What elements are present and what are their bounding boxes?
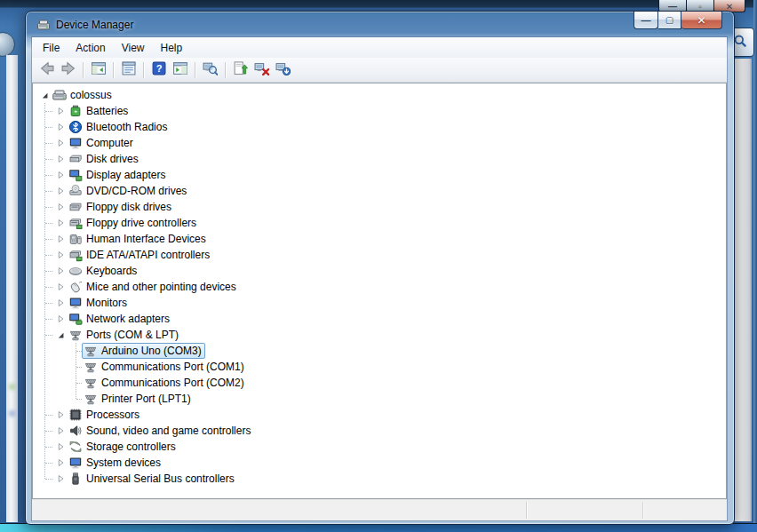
expand-expander-icon[interactable] (54, 265, 67, 277)
show-action-pane-button[interactable] (170, 60, 190, 80)
tree-item-content[interactable]: Mice and other pointing devices (67, 279, 240, 295)
tree-item-universal-serial-bus-controllers[interactable]: Universal Serial Bus controllers (33, 471, 726, 487)
expand-expander-icon[interactable] (54, 137, 67, 149)
tree-item-content[interactable]: System devices (67, 455, 164, 471)
collapse-expander-icon[interactable] (54, 329, 67, 341)
tree-item-keyboards[interactable]: Keyboards (33, 263, 726, 279)
tree-item-content[interactable]: Keyboards (67, 263, 140, 279)
floppy-drive-icon (68, 200, 83, 214)
tree-item-display-adapters[interactable]: Display adapters (33, 167, 726, 183)
tree-item-content[interactable]: Floppy disk drives (67, 199, 175, 215)
expand-expander-icon[interactable] (54, 105, 67, 117)
scan-for-hardware-changes-button[interactable] (200, 60, 220, 80)
tree-item-storage-controllers[interactable]: Storage controllers (33, 439, 726, 455)
expand-expander-icon[interactable] (54, 217, 67, 229)
toolbar-separator (195, 62, 195, 78)
expand-expander-icon[interactable] (54, 297, 67, 309)
tree-item-content[interactable]: Universal Serial Bus controllers (67, 471, 238, 487)
tree-item-printer-port-lpt1[interactable]: Printer Port (LPT1) (33, 391, 726, 407)
tree-item-floppy-drive-controllers[interactable]: Floppy drive controllers (33, 215, 726, 231)
tree-item-mice-and-other-pointing-devices[interactable]: Mice and other pointing devices (33, 279, 726, 295)
minimize-button[interactable]: — (633, 12, 658, 29)
tree-item-content[interactable]: Communications Port (COM1) (82, 359, 248, 375)
tree-item-computer[interactable]: Computer (33, 135, 726, 151)
menu-item-file[interactable]: File (35, 37, 68, 58)
expand-expander-icon[interactable] (54, 472, 67, 485)
tree-item-content[interactable]: Disk drives (67, 151, 142, 167)
show-console-tree-button[interactable] (88, 60, 108, 80)
tree-item-processors[interactable]: Processors (33, 407, 726, 423)
expand-expander-icon[interactable] (54, 457, 67, 469)
collapse-expander-icon[interactable] (38, 89, 51, 101)
tree-item-batteries[interactable]: Batteries (33, 103, 726, 119)
expand-expander-icon[interactable] (54, 313, 67, 325)
tree-item-content[interactable]: Network adapters (67, 311, 173, 327)
tree-item-communications-port-com2[interactable]: Communications Port (COM2) (33, 375, 726, 391)
ide-controller-icon (68, 248, 83, 262)
expand-expander-icon[interactable] (54, 281, 67, 293)
tree-item-ports-com-lpt[interactable]: Ports (COM & LPT) (33, 327, 726, 343)
tree-item-ide-ata-atapi-controllers[interactable]: IDE ATA/ATAPI controllers (33, 247, 726, 263)
menu-item-action[interactable]: Action (68, 37, 113, 58)
tree-item-sound-video-and-game-controllers[interactable]: Sound, video and game controllers (33, 423, 726, 439)
device-manager-window: Device Manager —▢✕ FileActionViewHelp ? … (25, 11, 735, 525)
tree-item-content[interactable]: Computer (67, 135, 137, 151)
tree-item-content[interactable]: Sound, video and game controllers (67, 423, 254, 439)
expand-expander-icon[interactable] (54, 425, 67, 437)
menu-item-view[interactable]: View (114, 37, 153, 58)
tree-item-content[interactable]: Arduino Uno (COM3) (82, 343, 205, 359)
desktop: —▫✕ Device Manager —▢✕ FileActionViewHel… (0, 0, 757, 532)
tree-item-content[interactable]: Storage controllers (67, 439, 179, 455)
menu-item-help[interactable]: Help (153, 37, 191, 58)
tree-item-bluetooth-radios[interactable]: Bluetooth Radios (33, 119, 726, 135)
tree-item-label: Network adapters (86, 312, 170, 326)
device-tree-panel: colossusBatteriesBluetooth RadiosCompute… (32, 83, 727, 499)
forward-button[interactable] (58, 60, 78, 80)
tree-item-floppy-disk-drives[interactable]: Floppy disk drives (33, 199, 726, 215)
tree-item-content[interactable]: Bluetooth Radios (67, 119, 171, 135)
help-button[interactable]: ? (148, 60, 169, 80)
toolbar-separator (225, 62, 226, 78)
tree-item-colossus[interactable]: colossus (33, 87, 726, 103)
update-driver-software-button[interactable] (230, 60, 251, 80)
properties-button[interactable] (118, 60, 139, 80)
tree-item-content[interactable]: Floppy drive controllers (67, 215, 200, 231)
tree-item-content[interactable]: Ports (COM & LPT) (67, 327, 182, 343)
uninstall-button[interactable] (251, 60, 272, 80)
tree-item-network-adapters[interactable]: Network adapters (33, 311, 726, 327)
tree-item-human-interface-devices[interactable]: Human Interface Devices (33, 231, 726, 247)
tree-item-arduino-uno-com3[interactable]: Arduino Uno (COM3) (33, 343, 726, 359)
expand-expander-icon[interactable] (54, 185, 67, 197)
expand-expander-icon[interactable] (54, 153, 67, 165)
disable-icon (275, 60, 291, 79)
expand-expander-icon[interactable] (54, 169, 67, 181)
tree-item-content[interactable]: Display adapters (67, 167, 169, 183)
expand-expander-icon[interactable] (54, 441, 67, 453)
expand-expander-icon[interactable] (54, 201, 67, 213)
tree-item-system-devices[interactable]: System devices (33, 455, 726, 471)
tree-item-monitors[interactable]: Monitors (33, 295, 726, 311)
expand-expander-icon[interactable] (54, 249, 67, 261)
tree-item-content[interactable]: DVD/CD-ROM drives (67, 183, 190, 199)
expand-expander-icon[interactable] (54, 233, 67, 245)
tree-item-dvd-cd-rom-drives[interactable]: DVD/CD-ROM drives (33, 183, 726, 199)
maximize-button[interactable]: ▢ (658, 12, 681, 29)
tree-item-disk-drives[interactable]: Disk drives (33, 151, 726, 167)
tree-item-content[interactable]: colossus (51, 87, 116, 103)
back-button[interactable] (36, 60, 57, 80)
tree-item-content[interactable]: Batteries (67, 103, 131, 119)
tree-item-content[interactable]: Processors (67, 407, 143, 423)
tree-item-content[interactable]: Human Interface Devices (67, 231, 210, 247)
tree-item-content[interactable]: Monitors (67, 295, 131, 311)
serial-port-icon (84, 392, 98, 406)
tree-item-content[interactable]: Communications Port (COM2) (82, 375, 248, 391)
title-bar[interactable]: Device Manager (26, 12, 734, 37)
tree-item-content[interactable]: Printer Port (LPT1) (82, 391, 195, 407)
serial-port-icon (68, 328, 83, 342)
tree-item-communications-port-com1[interactable]: Communications Port (COM1) (33, 359, 726, 375)
tree-item-content[interactable]: IDE ATA/ATAPI controllers (67, 247, 213, 263)
expand-expander-icon[interactable] (54, 121, 67, 133)
close-button[interactable]: ✕ (681, 12, 722, 29)
disable-button[interactable] (273, 60, 293, 80)
expand-expander-icon[interactable] (54, 409, 67, 421)
